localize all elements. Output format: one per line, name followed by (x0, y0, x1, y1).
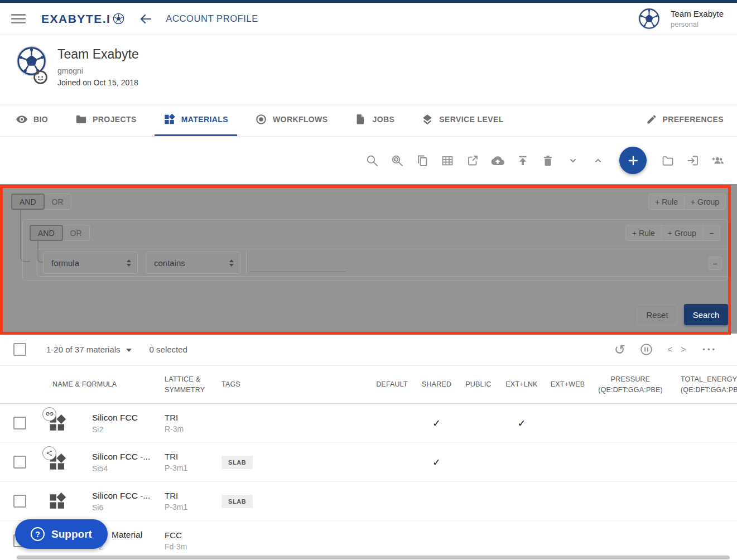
results-count-dropdown[interactable]: 1-20 of 37 materials (46, 345, 132, 354)
column-header-default[interactable]: DEFAULT (368, 379, 416, 390)
symmetry-group: P-3m1 (165, 464, 215, 472)
tab-materials[interactable]: MATERIALS (155, 104, 237, 136)
profile-tabs: BIO PROJECTS MATERIALS WORKFLOWS JOBS SE… (0, 104, 737, 137)
nested-rule-group: AND OR + Rule + Group − formula contains… (22, 219, 728, 281)
table-row[interactable]: Material 2 FCC Fd-3m (0, 521, 737, 560)
column-header-name[interactable]: NAME & FORMULA (36, 379, 165, 390)
add-material-button[interactable] (619, 147, 647, 174)
column-header-ext-lnk[interactable]: EXT+LNK (499, 379, 544, 390)
code-icon[interactable]: < > (667, 345, 688, 355)
root-group-actions: + Rule + Group (648, 194, 726, 210)
upload-icon[interactable] (516, 154, 529, 167)
tag-chip: SLAB (221, 495, 253, 508)
horizontal-scrollbar[interactable] (17, 556, 730, 559)
tab-bio[interactable]: BIO (7, 104, 57, 136)
more-options-icon[interactable]: ••• (702, 345, 717, 354)
symmetry-group: Fd-3m (165, 542, 215, 551)
table-grid-icon[interactable] (441, 154, 454, 167)
reset-button[interactable]: Reset (637, 305, 678, 325)
select-arrows-icon (127, 259, 131, 267)
copy-icon[interactable] (416, 154, 429, 167)
symmetry-group: R-3m (165, 424, 215, 433)
root-add-group-button[interactable]: + Group (684, 194, 726, 210)
search-icon[interactable] (365, 154, 379, 167)
column-header-shared[interactable]: SHARED (416, 379, 457, 390)
nested-or-button[interactable]: OR (62, 225, 90, 241)
rule-value-input[interactable] (250, 255, 346, 272)
zoom-history-icon[interactable] (391, 154, 404, 167)
profile-username: gmogni (57, 66, 139, 75)
brand-text: EXABYTE.I (41, 12, 110, 26)
search-button[interactable]: Search (684, 304, 728, 325)
materials-toolbar (0, 137, 737, 184)
material-formula: Si6 (92, 503, 165, 512)
refresh-icon[interactable]: ↺ (614, 343, 625, 356)
pencil-icon (646, 114, 657, 125)
ext-lnk-check: ✓ (499, 417, 544, 429)
profile-joined-date: Joined on Oct 15, 2018 (57, 78, 139, 87)
material-name[interactable]: Material (112, 530, 165, 540)
table-header: NAME & FORMULA LATTICE & SYMMETRY TAGS D… (0, 366, 737, 404)
shared-check: ✓ (416, 417, 457, 429)
delete-icon[interactable] (541, 154, 555, 167)
nested-add-rule-button[interactable]: + Rule (625, 225, 662, 241)
layers-icon (421, 113, 433, 125)
back-arrow-icon[interactable] (139, 12, 152, 26)
support-button[interactable]: ? Support (15, 519, 108, 549)
page-title: ACCOUNT PROFILE (166, 13, 258, 24)
root-or-button[interactable]: OR (44, 194, 71, 210)
root-add-rule-button[interactable]: + Rule (648, 194, 685, 210)
rule-operator-select[interactable]: contains (146, 252, 240, 274)
tab-preferences-label: PREFERENCES (663, 115, 724, 124)
tab-projects[interactable]: PROJECTS (66, 104, 146, 136)
tab-jobs[interactable]: JOBS (345, 104, 403, 136)
tab-materials-label: MATERIALS (181, 115, 228, 124)
table-row[interactable]: Silicon FCC -... Si6 TRI P-3m1 SLAB (0, 482, 737, 521)
column-header-lattice[interactable]: LATTICE & SYMMETRY (165, 374, 215, 395)
rule-field-select[interactable]: formula (43, 252, 138, 274)
nested-group-actions: + Rule + Group − (625, 225, 720, 241)
document-icon (354, 113, 367, 125)
account-name: Team Exabyte (671, 9, 724, 18)
material-name[interactable]: Silicon FCC (92, 413, 165, 423)
nested-remove-group-button[interactable]: − (702, 225, 720, 241)
tab-service-level[interactable]: SERVICE LEVEL (412, 104, 512, 136)
material-icon (48, 492, 78, 511)
row-checkbox[interactable] (13, 495, 26, 508)
chevron-up-icon[interactable] (591, 154, 605, 167)
group-add-icon[interactable] (711, 154, 725, 167)
account-switcher[interactable]: Team Exabyte personal (638, 7, 724, 30)
chevron-down-icon[interactable] (566, 154, 580, 167)
nested-add-group-button[interactable]: + Group (661, 225, 703, 241)
remove-rule-button[interactable]: − (709, 257, 722, 270)
table-row[interactable]: Silicon FCC -... Si54 TRI P-3m1 SLAB ✓ (0, 443, 737, 482)
pause-icon[interactable] (639, 342, 653, 356)
tab-workflows[interactable]: WORKFLOWS (246, 104, 336, 136)
column-header-total-energy[interactable]: TOTAL_ENERGY (QE:DFT:GGA:PBE) (669, 374, 737, 395)
cloud-upload-icon[interactable] (491, 154, 504, 167)
root-and-button[interactable]: AND (11, 194, 45, 210)
material-name[interactable]: Silicon FCC -... (92, 491, 165, 501)
row-checkbox[interactable] (13, 456, 26, 469)
brand-logo[interactable]: EXABYTE.I (41, 12, 124, 26)
select-all-checkbox[interactable] (13, 343, 26, 356)
lattice-type: TRI (165, 491, 215, 500)
table-row[interactable]: Silicon FCC Si2 TRI R-3m ✓ ✓ (0, 404, 737, 443)
column-header-public[interactable]: PUBLIC (457, 379, 499, 390)
material-name[interactable]: Silicon FCC -... (92, 452, 165, 462)
tab-preferences[interactable]: PREFERENCES (637, 104, 733, 136)
row-checkbox[interactable] (13, 417, 26, 429)
import-icon[interactable] (686, 154, 700, 167)
eye-icon (16, 113, 28, 125)
column-header-pressure[interactable]: PRESSURE (QE:DFT:GGA:PBE) (591, 374, 669, 395)
nested-and-button[interactable]: AND (30, 225, 63, 241)
tab-service-level-label: SERVICE LEVEL (439, 115, 503, 124)
column-header-tags[interactable]: TAGS (215, 379, 368, 390)
profile-name: Team Exabyte (57, 47, 139, 62)
radio-button-icon (255, 113, 267, 125)
folder-move-icon[interactable] (661, 154, 675, 167)
menu-icon[interactable] (11, 12, 26, 26)
column-header-ext-web[interactable]: EXT+WEB (544, 379, 591, 390)
link-badge-icon (42, 407, 56, 421)
open-in-new-icon[interactable] (466, 154, 479, 167)
